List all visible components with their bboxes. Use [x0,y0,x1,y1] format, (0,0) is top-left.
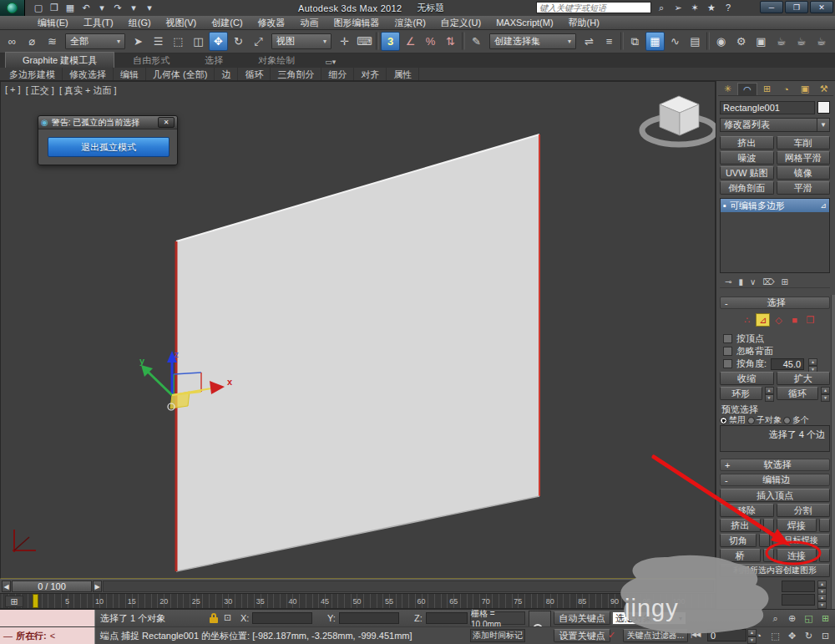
set-key-button[interactable]: 设置关键点 [554,629,610,642]
modifier-noise-button[interactable]: 噪波 [720,151,774,165]
modifier-stack[interactable]: ▪ 可编辑多边形 ⊿ [720,198,830,273]
make-unique-icon[interactable]: ∨ [750,277,756,287]
target-weld-button[interactable]: 目标焊接 [772,534,830,547]
viewport-general-menu[interactable]: [ + ] [5,84,21,97]
by-vertex-checkbox[interactable] [723,334,732,343]
snaps-toggle-3d-icon[interactable]: 3 [381,32,400,51]
application-menu-button[interactable] [0,0,25,16]
exit-isolation-mode-button[interactable]: 退出孤立模式 [48,137,170,157]
ring-button[interactable]: 环形 [720,387,762,400]
menu-modifiers[interactable]: 修改器 [250,16,293,30]
save-file-icon[interactable]: ▦ [63,2,77,14]
x-coordinate-field[interactable] [252,612,312,624]
gizmo-y-axis[interactable] [148,372,172,395]
modifier-meshsmooth-button[interactable]: 网格平滑 [777,151,831,165]
maximize-button[interactable]: ❐ [785,1,808,13]
viewport-shading-menu[interactable]: [ 真实 + 边面 ] [59,84,117,97]
preview-multi-radio[interactable] [783,417,791,424]
chamfer-button[interactable]: 切角 [720,534,757,547]
tab-create[interactable]: ✳ [718,83,737,95]
panel-polygon-modeling[interactable]: 多边形建模 [3,68,63,80]
next-frame-button[interactable]: ▶ [93,581,102,592]
preview-disable-radio[interactable] [720,417,727,424]
object-color-swatch[interactable] [817,101,830,114]
activeshade-icon[interactable]: ☕ [812,32,831,51]
tab-selection[interactable]: 选择 [188,53,240,68]
zoom-icon[interactable]: ⌕ [768,611,782,625]
chamfer-settings-button[interactable] [759,534,770,547]
menu-help[interactable]: 帮助(H) [561,16,607,30]
panel-subdivision[interactable]: 细分 [321,68,354,80]
tab-object-paint[interactable]: 对象绘制 [241,53,311,68]
modifier-extrude-button[interactable]: 挤出 [720,136,774,150]
dialog-title-bar[interactable]: ◉ 警告: 已孤立的当前选择 ✕ [38,116,177,129]
orbit-icon[interactable]: ↻ [802,629,816,642]
connect-settings-button[interactable] [819,549,830,562]
subobject-element-icon[interactable]: ❒ [803,313,817,327]
window-crossing-icon[interactable]: ◫ [189,32,208,51]
track-bar[interactable]: 0510152025303540455055606570758085909510… [0,593,716,609]
timeline-config-icon[interactable]: ⊞ [5,596,23,607]
toolbar-separator[interactable] [462,32,465,50]
angle-snap-icon[interactable]: ∠ [401,32,420,51]
zoom-all-icon[interactable]: ⊕ [785,611,799,625]
render-production-icon[interactable]: ☕ [772,32,791,51]
grow-button[interactable]: 扩大 [777,372,831,385]
menu-group[interactable]: 组(G) [121,16,159,30]
viewport-orthographic[interactable]: [ + ] [ 正交 ] [ 真实 + 边面 ] y x z [0,81,716,579]
rollout-selection[interactable]: - 选择 [720,297,830,309]
panel-align[interactable]: 对齐 [354,68,387,80]
percent-snap-icon[interactable]: % [421,32,440,51]
preview-subobj-radio[interactable] [747,417,755,424]
bridge-settings-button[interactable] [763,549,774,562]
key-filter-curve-icon[interactable]: ✓ [608,630,615,641]
search-icon[interactable]: ⌕ [655,3,668,13]
weld-settings-button[interactable] [819,519,830,532]
remove-button[interactable]: 移除 [720,504,774,517]
loop-spinner[interactable]: ▲▼ [821,387,830,398]
show-end-result-icon[interactable]: ▮ [738,277,743,287]
unlink-selection-icon[interactable]: ⌀ [23,32,42,51]
select-object-icon[interactable]: ➤ [129,32,148,51]
keyboard-shortcut-override-icon[interactable]: ⌨ [355,32,374,51]
edge-weight-field[interactable] [782,581,815,592]
tab-motion[interactable]: ◔ [777,83,796,95]
panel-edit[interactable]: 编辑 [114,68,146,80]
plane-object[interactable] [176,134,539,571]
zoom-extents-icon[interactable]: ◱ [802,611,816,625]
panel-properties[interactable]: 属性 [387,68,419,80]
connect-button[interactable]: 连接 [777,549,817,562]
menu-customize[interactable]: 自定义(U) [433,16,488,30]
select-and-rotate-icon[interactable]: ↻ [229,32,248,51]
render-iterative-icon[interactable]: ☕ [792,32,811,51]
toolbar-separator[interactable] [706,32,710,50]
loop-button[interactable]: 循环 [777,387,819,400]
menu-edit[interactable]: 编辑(E) [30,16,76,30]
graphite-ribbon-toggle-icon[interactable]: ▦ [645,32,665,51]
subobject-edge-icon[interactable]: ⊿ [756,313,770,327]
create-shape-from-selection-button[interactable]: 利用所选内容创建图形 [720,564,830,577]
spinner-snap-icon[interactable]: ⇅ [441,32,460,51]
material-editor-icon[interactable]: ◉ [711,32,731,51]
current-frame-field[interactable]: 0 [707,629,746,641]
trackbar-frame-marker[interactable] [33,594,38,608]
ring-spinner[interactable]: ▲▼ [765,387,774,398]
viewport-pov-menu[interactable]: [ 正交 ] [26,84,54,97]
panel-scrollbar[interactable] [831,295,835,609]
menu-rendering[interactable]: 渲染(R) [387,16,433,30]
ignore-backfacing-checkbox[interactable] [723,347,732,356]
stack-item-editable-poly[interactable]: ▪ 可编辑多边形 ⊿ [721,199,829,212]
auto-key-button[interactable]: 自动关键点 [554,611,610,625]
remove-modifier-icon[interactable]: ⌦ [762,277,774,287]
panel-loops[interactable]: 循环 [238,68,271,80]
subobject-polygon-icon[interactable]: ■ [787,313,802,327]
absolute-offset-toggle-icon[interactable]: ⊡ [224,612,231,623]
panel-edges[interactable]: 边 [215,68,238,80]
curve-editor-icon[interactable]: ∿ [665,32,685,51]
modifier-list-dropdown[interactable]: 修改器列表 ▼ [720,118,830,132]
angle-value-field[interactable]: 45.0 [771,358,804,370]
menu-views[interactable]: 视图(V) [159,16,205,30]
subscription-key-icon[interactable]: ➢ [671,3,685,13]
bridge-button[interactable]: 桥 [720,549,761,562]
menu-create[interactable]: 创建(C) [204,16,250,30]
